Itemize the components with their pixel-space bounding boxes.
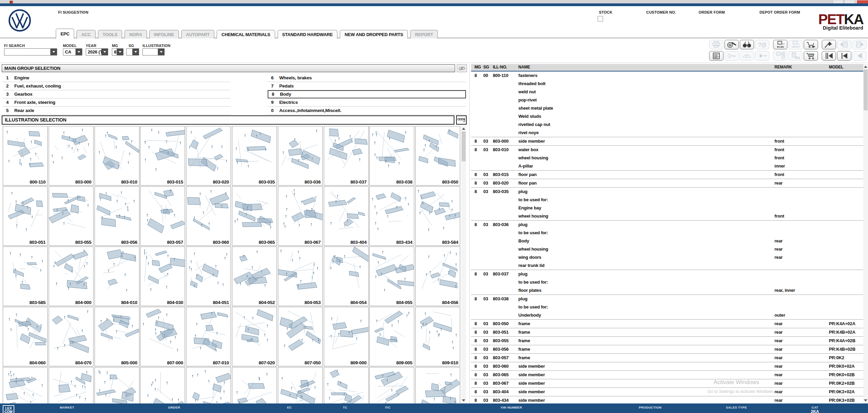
- thumbnail-803-057[interactable]: 803-057: [140, 186, 185, 246]
- mg-dropdown-icon[interactable]: [117, 49, 123, 55]
- part-row[interactable]: 803803-020floor panrear: [471, 179, 863, 187]
- model-combobox[interactable]: CA: [63, 48, 82, 55]
- part-row[interactable]: 803803-067side memberrearPR:0K2+02B: [471, 379, 863, 387]
- thumbnail-804-000[interactable]: 804-000: [49, 247, 94, 306]
- thumbnail-803-434[interactable]: 803-434: [369, 186, 414, 246]
- part-row[interactable]: to be used for:: [471, 303, 863, 311]
- thumbnail-803-050[interactable]: 803-050: [415, 126, 460, 186]
- part-row[interactable]: 803803-055framerearPR:K4A+02B: [471, 337, 863, 345]
- thumbnail-809-005[interactable]: 809-005: [369, 307, 414, 366]
- tab-standard-hardware[interactable]: STANDARD HARDWARE: [278, 30, 338, 38]
- thumbnail-partial[interactable]: [369, 367, 414, 403]
- thumbnail-partial[interactable]: [324, 367, 369, 403]
- illustration-scrollbar[interactable]: [461, 126, 466, 403]
- wheel-service-button[interactable]: [724, 40, 739, 49]
- binoculars-button[interactable]: [740, 40, 754, 49]
- part-row[interactable]: weld nut: [471, 88, 863, 96]
- mg-combobox[interactable]: 8: [112, 48, 123, 55]
- part-row[interactable]: 803803-038plug: [471, 295, 863, 303]
- thumbnail-803-065[interactable]: 803-065: [232, 186, 277, 246]
- part-row[interactable]: Underbodyouter: [471, 311, 863, 319]
- thumbnail-805-000[interactable]: 805-000: [95, 307, 139, 366]
- thumbnail-803-051[interactable]: 803-051: [3, 186, 48, 246]
- thumbnail-803-584[interactable]: 803-584: [415, 186, 460, 246]
- thumbnail-804-051[interactable]: 804-051: [186, 247, 231, 306]
- fi-search-dropdown-icon[interactable]: [50, 49, 57, 55]
- main-group-item-6[interactable]: 6Wheels, brakes: [268, 74, 466, 82]
- part-row[interactable]: 803803-036plug: [471, 221, 863, 229]
- part-row[interactable]: wheel housingfront: [471, 212, 863, 220]
- part-row[interactable]: 803803-050framerearPR:K4A+02A: [471, 320, 863, 328]
- thumbnail-partial[interactable]: [278, 367, 323, 403]
- scroll-down-icon[interactable]: [462, 399, 465, 401]
- fi-search-combobox[interactable]: [4, 48, 57, 55]
- thumbnail-807-050[interactable]: 807-050: [278, 307, 323, 366]
- part-row[interactable]: to be used for:: [471, 196, 863, 204]
- part-row[interactable]: wing doorsrear: [471, 253, 863, 261]
- thumbnail-804-070[interactable]: 804-070: [49, 307, 94, 366]
- thumbnail-804-010[interactable]: 804-010: [95, 247, 139, 306]
- thumbnail-803-000[interactable]: 803-000: [49, 126, 94, 186]
- part-row[interactable]: 803803-010water boxfront: [471, 146, 863, 154]
- thumbnail-803-060[interactable]: 803-060: [186, 186, 231, 246]
- thumbnail-809-000[interactable]: 809-000: [324, 307, 369, 366]
- model-dropdown-icon[interactable]: [76, 49, 82, 55]
- part-row[interactable]: 803803-035plug: [471, 188, 863, 196]
- thumbnail-803-036[interactable]: 803-036: [278, 126, 323, 186]
- sg-dropdown-icon[interactable]: [132, 49, 139, 55]
- thumbnail-layout-button[interactable]: [456, 115, 467, 125]
- stock-checkbox[interactable]: [598, 16, 603, 21]
- part-row[interactable]: threaded bolt: [471, 80, 863, 88]
- thumbnail-partial[interactable]: [232, 367, 277, 403]
- thumbnail-803-055[interactable]: 803-055: [49, 186, 94, 246]
- thumbnail-804-056[interactable]: 804-056: [415, 247, 460, 306]
- part-row[interactable]: sheet metal plate: [471, 104, 863, 112]
- part-row[interactable]: 803803-000side memberfront: [471, 137, 863, 145]
- thumbnail-803-035[interactable]: 803-035: [232, 126, 277, 186]
- thumbnail-807-010[interactable]: 807-010: [186, 307, 231, 366]
- thumbnail-803-056[interactable]: 803-056: [95, 186, 139, 246]
- tab-epc[interactable]: EPC: [56, 29, 74, 38]
- part-row[interactable]: 803803-037plug: [471, 270, 863, 278]
- thumbnail-804-054[interactable]: 804-054: [324, 247, 369, 306]
- thumbnail-803-015[interactable]: 803-015: [140, 126, 185, 186]
- thumbnail-partial[interactable]: [186, 367, 231, 403]
- thumbnail-809-010[interactable]: 809-010: [415, 307, 460, 366]
- sg-combobox[interactable]: [126, 48, 139, 55]
- illustration-scroll-thumb[interactable]: [462, 131, 466, 161]
- part-row[interactable]: rear trunk lid: [471, 261, 863, 270]
- part-row[interactable]: 803803-057framerearPR:0K2: [471, 354, 863, 362]
- thumbnail-804-060[interactable]: 804-060: [3, 307, 48, 366]
- thumbnail-803-585[interactable]: 803-585: [3, 247, 48, 306]
- part-row[interactable]: Weld studs: [471, 112, 863, 121]
- thumbnail-803-067[interactable]: 803-067: [278, 186, 323, 246]
- thumbnail-803-037[interactable]: 803-037: [324, 126, 369, 186]
- part-row[interactable]: rivetted cap nut: [471, 121, 863, 129]
- part-row[interactable]: 803803-065side memberrearPR:0K0+02B: [471, 371, 863, 379]
- table-scroll-thumb[interactable]: [864, 69, 868, 110]
- part-row[interactable]: 803803-434side memberrearPR:0K3+02B: [471, 396, 863, 403]
- table-scroll-up-icon[interactable]: [864, 66, 867, 68]
- pin-button[interactable]: [822, 40, 836, 49]
- thumbnail-803-404[interactable]: 803-404: [324, 186, 369, 246]
- year-dropdown-icon[interactable]: [101, 49, 108, 55]
- part-row[interactable]: 803803-015floor panfront: [471, 171, 863, 179]
- tab-chemical-materials[interactable]: CHEMICAL MATERIALS: [217, 30, 275, 38]
- tab-new-and-dropped-parts[interactable]: NEW AND DROPPED PARTS: [340, 30, 408, 38]
- thumbnail-partial[interactable]: [3, 367, 48, 403]
- main-group-item-7[interactable]: 7Pedals: [268, 82, 466, 90]
- table-scroll-down-icon[interactable]: [864, 399, 867, 401]
- thumbnail-804-055[interactable]: 804-055: [369, 247, 414, 306]
- thumbnail-803-010[interactable]: 803-010: [95, 126, 139, 186]
- cart-arrow-button[interactable]: [804, 40, 818, 49]
- scroll-up-icon[interactable]: [462, 128, 465, 130]
- part-row[interactable]: rivet noye: [471, 129, 863, 137]
- part-row[interactable]: pop-rivet: [471, 96, 863, 104]
- cart-button[interactable]: [804, 51, 818, 61]
- thumbnail-807-020[interactable]: 807-020: [232, 307, 277, 366]
- elsa-button[interactable]: ELSA: [773, 40, 787, 49]
- part-row[interactable]: floor platesrear, inner: [471, 286, 863, 295]
- hide-panel-button[interactable]: [457, 64, 467, 72]
- part-row[interactable]: to be used for:: [471, 229, 863, 237]
- thumbnail-804-052[interactable]: 804-052: [232, 247, 277, 306]
